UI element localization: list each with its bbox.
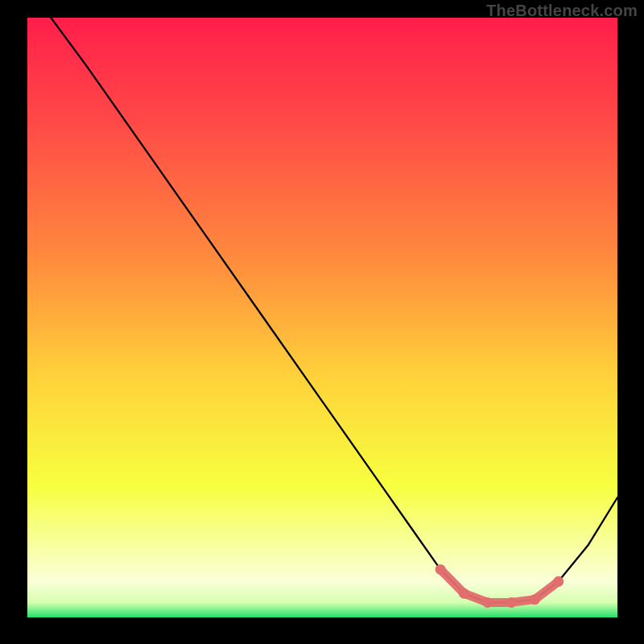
svg-point-3 (506, 597, 517, 608)
bottleneck-chart (27, 18, 617, 617)
svg-point-2 (482, 597, 493, 608)
chart-container: TheBottleneck.com (0, 0, 644, 644)
watermark-text: TheBottleneck.com (486, 2, 638, 20)
svg-point-5 (553, 576, 564, 587)
svg-point-4 (530, 594, 540, 605)
plot-frame (27, 18, 617, 617)
svg-point-1 (459, 588, 469, 599)
svg-point-0 (436, 564, 446, 575)
